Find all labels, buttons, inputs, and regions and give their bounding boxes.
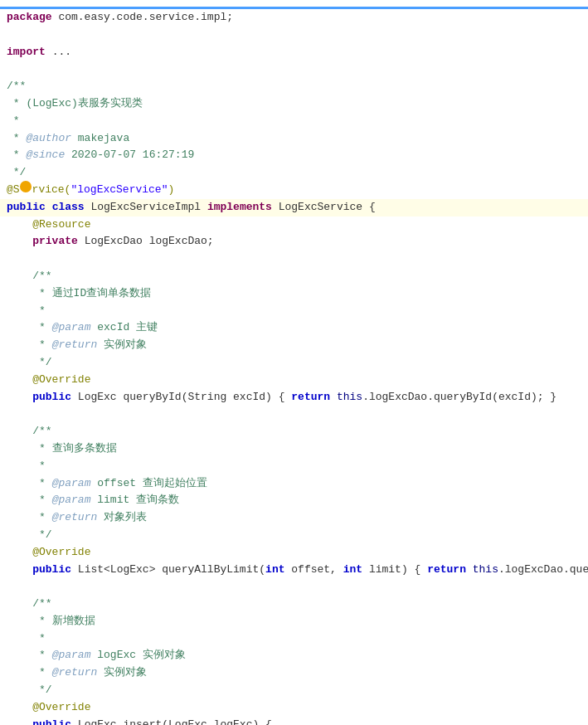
code-line: * @author makejava xyxy=(0,130,588,148)
token-plain xyxy=(7,303,32,320)
token-comment-tag: @since xyxy=(26,147,65,164)
code-line: @Override xyxy=(0,372,588,389)
service-bean-icon xyxy=(20,181,32,192)
code-line: public LogExc insert(LogExc logExc) { xyxy=(0,717,588,725)
token-plain: List<LogExc> queryAllByLimit( xyxy=(71,562,265,579)
token-comment-tag: @author xyxy=(26,130,71,148)
code-line xyxy=(0,251,588,268)
token-comment: * xyxy=(7,130,26,148)
token-plain xyxy=(7,458,32,475)
token-plain xyxy=(7,354,32,372)
code-line: @Override xyxy=(0,544,588,562)
token-comment-tag: @param xyxy=(52,475,91,493)
code-line: * xyxy=(0,113,588,130)
token-comment: * (LogExc)表服务实现类 xyxy=(7,95,143,113)
code-line: public List<LogExc> queryAllByLimit(int … xyxy=(0,562,588,579)
token-comment: * xyxy=(32,492,51,509)
code-line: import ... xyxy=(0,44,588,61)
code-line: @Srvice("logExcService") xyxy=(0,182,588,199)
code-line xyxy=(0,27,588,44)
token-comment-tag: @return xyxy=(52,337,98,354)
token-plain: LogExc insert(LogExc logExc) { xyxy=(71,717,272,725)
token-comment: * 通过ID查询单条数据 xyxy=(32,285,151,303)
code-content: package com.easy.code.service.impl; impo… xyxy=(0,9,588,725)
token-plain xyxy=(7,682,32,699)
code-editor: package com.easy.code.service.impl; impo… xyxy=(0,0,588,725)
token-plain xyxy=(7,337,32,354)
token-comment: 实例对象 xyxy=(97,337,147,354)
token-comment: * xyxy=(32,509,51,527)
token-this-kw: this xyxy=(473,562,498,579)
token-comment: * xyxy=(32,458,46,475)
token-comment: makejava xyxy=(71,130,129,148)
token-kw: return xyxy=(291,389,330,406)
code-line: public class LogExcServiceImpl implement… xyxy=(0,199,588,217)
token-plain: LogExc queryById(String excId) { xyxy=(71,389,291,406)
token-this-kw: this xyxy=(337,389,362,406)
token-plain: offset, xyxy=(284,562,343,579)
code-line: */ xyxy=(0,527,588,544)
code-line: @Resource xyxy=(0,217,588,234)
code-line: * @param offset 查询起始位置 xyxy=(0,475,588,493)
token-plain xyxy=(7,285,32,303)
code-line: */ xyxy=(0,164,588,182)
code-line: * @param logExc 实例对象 xyxy=(0,647,588,664)
code-line: */ xyxy=(0,682,588,699)
token-plain xyxy=(7,509,32,527)
token-kw: public xyxy=(32,717,71,725)
token-comment: * xyxy=(32,319,51,337)
token-plain xyxy=(7,613,32,630)
token-comment: */ xyxy=(7,164,26,182)
token-comment: */ xyxy=(32,682,51,699)
token-annotation: rvice( xyxy=(32,182,71,199)
token-plain: limit) { xyxy=(362,562,427,579)
token-plain xyxy=(466,562,473,579)
token-comment: * 新增数据 xyxy=(32,613,95,630)
token-plain: LogExcDao logExcDao; xyxy=(78,233,214,251)
token-kw: int xyxy=(343,562,362,579)
code-line: * 新增数据 xyxy=(0,613,588,630)
token-kw: public xyxy=(32,562,71,579)
token-purple: private xyxy=(32,233,78,251)
code-line: /** xyxy=(0,268,588,285)
token-plain xyxy=(330,389,337,406)
token-plain: com.easy.code.service.impl; xyxy=(52,9,233,27)
token-comment: * xyxy=(32,647,51,664)
code-line: * (LogExc)表服务实现类 xyxy=(0,95,588,113)
token-plain xyxy=(7,717,32,725)
token-plain xyxy=(7,233,32,251)
token-kw: public xyxy=(32,389,71,406)
code-line: * @return 实例对象 xyxy=(0,337,588,354)
token-comment: */ xyxy=(32,354,51,372)
token-plain: LogExcServiceImpl xyxy=(85,199,207,217)
token-kw: public xyxy=(7,199,46,217)
token-plain xyxy=(7,596,32,613)
token-plain xyxy=(7,630,32,648)
token-comment: * xyxy=(32,303,46,320)
code-line: * @param limit 查询条数 xyxy=(0,492,588,509)
token-plain xyxy=(7,319,32,337)
code-line: public LogExc queryById(String excId) { … xyxy=(0,389,588,406)
token-plain xyxy=(7,372,32,389)
token-comment: * xyxy=(32,337,51,354)
token-plain xyxy=(7,217,32,234)
token-comment: 对象列表 xyxy=(97,509,147,527)
token-comment: * xyxy=(7,147,26,164)
token-comment-tag: @param xyxy=(52,319,91,337)
token-plain: .logExcDao.queryAllByLim xyxy=(498,562,588,579)
code-line: package com.easy.code.service.impl; xyxy=(0,9,588,27)
token-kw2: package xyxy=(7,9,52,27)
code-line: * @return 对象列表 xyxy=(0,509,588,527)
token-comment: * xyxy=(32,475,51,493)
token-plain: LogExcService { xyxy=(272,199,376,217)
token-plain xyxy=(7,492,32,509)
token-comment: limit 查询条数 xyxy=(90,492,179,509)
token-plain xyxy=(46,44,52,61)
token-override: @Override xyxy=(32,699,90,717)
token-plain: .logExcDao.queryById(excId); } xyxy=(362,389,556,406)
token-kw: int xyxy=(265,562,284,579)
token-plain xyxy=(7,423,32,440)
token-plain xyxy=(7,440,32,458)
code-line xyxy=(0,406,588,423)
token-plain xyxy=(7,527,32,544)
